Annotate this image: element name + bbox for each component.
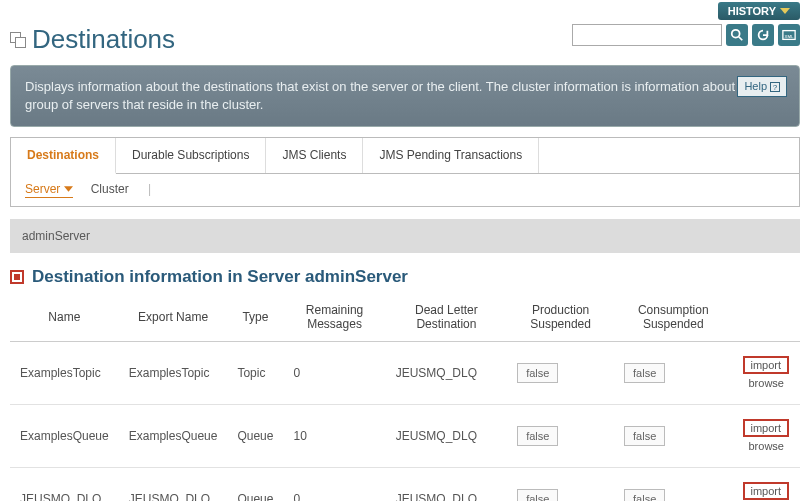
col-dld: Dead Letter Destination [386,293,508,342]
subtab-label: Cluster [91,182,129,196]
col-cons-susp: Consumption Suspended [614,293,732,342]
search-input[interactable] [572,24,722,46]
cell-cons-susp: false [614,405,732,468]
status-badge: false [517,489,558,501]
subtab-server[interactable]: Server [25,182,73,198]
sub-tabs: Server Cluster | [11,174,799,206]
cell-cons-susp: false [614,468,732,501]
chevron-down-icon [780,8,790,14]
help-label: Help [744,79,767,94]
help-button[interactable]: Help ? [737,76,787,97]
cell-prod-susp: false [507,342,614,405]
svg-text:XML: XML [785,34,795,39]
cell-prod-susp: false [507,405,614,468]
cell-cons-susp: false [614,342,732,405]
history-button[interactable]: HISTORY [718,2,800,20]
cell-remaining: 0 [283,468,385,501]
divider: | [148,182,151,196]
page-title-text: Destinations [32,24,175,55]
col-prod-susp: Production Suspended [507,293,614,342]
import-button[interactable]: import [743,356,790,374]
tab-destinations[interactable]: Destinations [11,138,116,174]
tab-label: Destinations [27,148,99,162]
cell-actions: importbrowse [733,405,801,468]
history-label: HISTORY [728,5,776,17]
tab-jms-pending-transactions[interactable]: JMS Pending Transactions [363,138,539,173]
cell-type: Topic [227,342,283,405]
destinations-icon [10,32,26,48]
cell-actions: importbrowse [733,342,801,405]
info-banner-text: Displays information about the destinati… [25,79,757,112]
main-tabs: Destinations Durable Subscriptions JMS C… [11,138,799,174]
cell-dld: JEUSMQ_DLQ [386,405,508,468]
cell-name: ExamplesTopic [10,342,119,405]
svg-point-0 [732,30,740,38]
cell-name: JEUSMQ_DLQ [10,468,119,501]
cell-name: ExamplesQueue [10,405,119,468]
import-button[interactable]: import [743,419,790,437]
search-icon [730,28,744,42]
tab-durable-subscriptions[interactable]: Durable Subscriptions [116,138,266,173]
table-row: ExamplesTopicExamplesTopicTopic0JEUSMQ_D… [10,342,800,405]
browse-button[interactable]: browse [743,439,790,453]
context-server-name: adminServer [22,229,90,243]
status-badge: false [624,489,665,501]
export-xml-button[interactable]: XML [778,24,800,46]
cell-remaining: 10 [283,405,385,468]
reload-icon [756,28,770,42]
tab-jms-clients[interactable]: JMS Clients [266,138,363,173]
search-button[interactable] [726,24,748,46]
subtab-cluster[interactable]: Cluster [91,182,129,196]
cell-type: Queue [227,468,283,501]
cell-actions: importbrowse [733,468,801,501]
table-row: ExamplesQueueExamplesQueueQueue10JEUSMQ_… [10,405,800,468]
reload-button[interactable] [752,24,774,46]
section-title: Destination information in Server adminS… [32,267,408,287]
subtab-label: Server [25,182,60,196]
destinations-table: Name Export Name Type Remaining Messages… [10,293,800,501]
cell-type: Queue [227,405,283,468]
cell-remaining: 0 [283,342,385,405]
info-banner: Displays information about the destinati… [10,65,800,127]
col-actions [733,293,801,342]
chevron-down-icon [64,186,73,192]
cell-export-name: JEUSMQ_DLQ [119,468,228,501]
status-badge: false [517,426,558,446]
xml-icon: XML [782,28,796,42]
page-title: Destinations [10,24,175,55]
status-badge: false [624,363,665,383]
cell-dld: JEUSMQ_DLQ [386,342,508,405]
svg-line-1 [739,37,743,41]
cell-prod-susp: false [507,468,614,501]
cell-export-name: ExamplesQueue [119,405,228,468]
svg-text:?: ? [773,83,778,92]
status-badge: false [517,363,558,383]
tab-label: JMS Clients [282,148,346,162]
context-bar: adminServer [10,219,800,253]
cell-dld: JEUSMQ_DLQ [386,468,508,501]
help-icon: ? [770,82,780,92]
cell-export-name: ExamplesTopic [119,342,228,405]
table-row: JEUSMQ_DLQJEUSMQ_DLQQueue0JEUSMQ_DLQfals… [10,468,800,501]
tab-label: JMS Pending Transactions [379,148,522,162]
col-export-name: Export Name [119,293,228,342]
collapse-toggle[interactable] [10,270,24,284]
col-name: Name [10,293,119,342]
tab-label: Durable Subscriptions [132,148,249,162]
import-button[interactable]: import [743,482,790,500]
status-badge: false [624,426,665,446]
col-remaining: Remaining Messages [283,293,385,342]
browse-button[interactable]: browse [743,376,790,390]
col-type: Type [227,293,283,342]
